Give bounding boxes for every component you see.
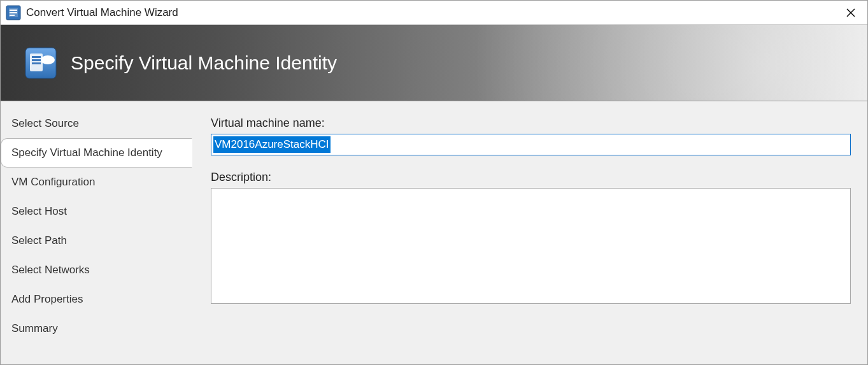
svg-point-12: [41, 55, 55, 64]
close-button[interactable]: [838, 3, 864, 22]
sidebar-item-select-networks[interactable]: Select Networks: [1, 255, 192, 285]
sidebar-item-label: Summary: [11, 322, 58, 334]
sidebar-item-label: Add Properties: [11, 293, 83, 305]
window-title: Convert Virtual Machine Wizard: [26, 6, 838, 19]
svg-rect-3: [10, 12, 17, 13]
sidebar-item-label: Select Host: [11, 205, 67, 217]
wizard-content: Virtual machine name: VM2016AzureStackHC…: [192, 101, 867, 364]
wizard-steps-sidebar: Select Source Specify Virtual Machine Id…: [1, 101, 192, 364]
vm-name-label: Virtual machine name:: [211, 117, 851, 130]
svg-rect-4: [10, 15, 15, 16]
vm-name-value: VM2016AzureStackHCI: [213, 136, 331, 153]
svg-rect-9: [32, 56, 41, 58]
sidebar-item-select-host[interactable]: Select Host: [1, 197, 192, 226]
svg-rect-10: [32, 59, 41, 61]
sidebar-item-label: Specify Virtual Machine Identity: [11, 147, 162, 159]
sidebar-item-label: Select Networks: [11, 264, 90, 276]
svg-rect-2: [10, 10, 17, 11]
sidebar-item-label: VM Configuration: [11, 176, 95, 188]
sidebar-item-vm-configuration[interactable]: VM Configuration: [1, 168, 192, 197]
vm-name-row: Virtual machine name: VM2016AzureStackHC…: [211, 117, 851, 155]
sidebar-item-label: Select Source: [11, 117, 79, 129]
sidebar-item-select-path[interactable]: Select Path: [1, 226, 192, 255]
description-textarea[interactable]: [211, 188, 851, 304]
description-row: Description:: [211, 171, 851, 306]
sidebar-item-select-source[interactable]: Select Source: [1, 109, 192, 138]
title-bar: Convert Virtual Machine Wizard: [1, 1, 867, 25]
wizard-body: Select Source Specify Virtual Machine Id…: [1, 101, 867, 364]
svg-rect-11: [32, 62, 41, 64]
app-icon: [6, 5, 21, 20]
sidebar-item-add-properties[interactable]: Add Properties: [1, 285, 192, 314]
wizard-banner: Specify Virtual Machine Identity: [1, 25, 867, 101]
vm-name-input[interactable]: VM2016AzureStackHCI: [211, 134, 851, 155]
sidebar-item-specify-vm-identity[interactable]: Specify Virtual Machine Identity: [1, 138, 192, 168]
wizard-step-title: Specify Virtual Machine Identity: [71, 52, 337, 74]
wizard-window: Convert Virtual Machine Wizard: [0, 0, 868, 365]
close-icon: [846, 8, 856, 18]
sidebar-item-summary[interactable]: Summary: [1, 314, 192, 343]
description-label: Description:: [211, 171, 851, 184]
sidebar-item-label: Select Path: [11, 234, 67, 247]
vm-cloud-icon: [24, 46, 58, 80]
